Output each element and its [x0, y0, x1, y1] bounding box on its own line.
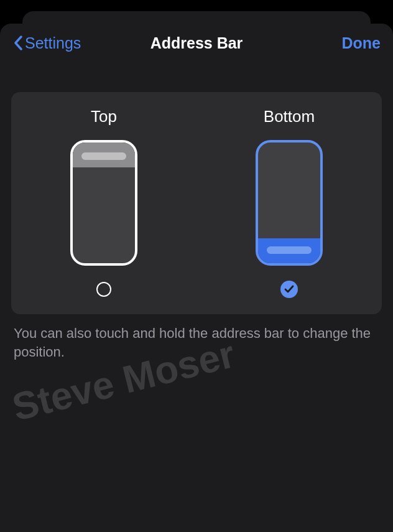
chevron-left-icon — [12, 34, 24, 52]
address-bar-position-panel: Top Bottom — [11, 92, 382, 314]
radio-selected-icon — [280, 281, 298, 298]
back-button[interactable]: Settings — [12, 34, 81, 52]
radio-top[interactable] — [95, 281, 113, 298]
back-button-label: Settings — [25, 34, 81, 52]
option-bottom[interactable]: Bottom — [256, 107, 323, 298]
option-bottom-label: Bottom — [264, 107, 315, 126]
done-button[interactable]: Done — [342, 34, 381, 52]
radio-unselected-icon — [96, 282, 111, 297]
footer-description: You can also touch and hold the address … — [11, 314, 382, 361]
phone-mockup-bottom-icon — [256, 140, 323, 266]
content-area: Top Bottom — [0, 62, 393, 361]
page-title: Address Bar — [150, 34, 243, 52]
phone-mockup-top-icon — [70, 140, 137, 266]
radio-bottom[interactable] — [280, 281, 298, 298]
navigation-bar: Settings Address Bar Done — [0, 24, 393, 62]
settings-sheet: Settings Address Bar Done Top Bottom — [0, 24, 393, 532]
address-pill-bottom — [267, 246, 312, 254]
option-top[interactable]: Top — [70, 107, 137, 298]
option-top-label: Top — [91, 107, 117, 126]
address-pill-top — [81, 152, 126, 160]
